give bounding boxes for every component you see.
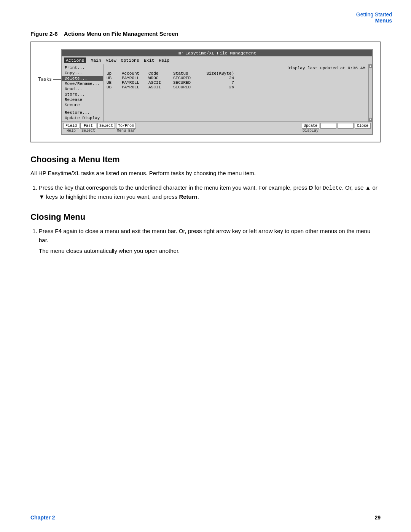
fkey-fast-select[interactable]: Fast Select xyxy=(80,123,96,133)
dropdown-move-rename[interactable]: Move/Rename... xyxy=(62,81,103,86)
section1-steps: Press the key that corresponds to the un… xyxy=(30,183,381,201)
col-header-code: Code xyxy=(148,71,173,76)
fkey-tofrom-menubar[interactable]: To/From Menu Bar xyxy=(116,123,136,133)
menu-actions[interactable]: Actions xyxy=(64,58,86,63)
section1-intro: All HP Easytime/XL tasks are listed on m… xyxy=(30,169,381,178)
terminal-titlebar: HP Easytime/XL File Management xyxy=(62,50,372,56)
terminal-body: Print... Copy... Delete... Move/Rename..… xyxy=(62,64,372,121)
section2-note: The menu closes automatically when you o… xyxy=(39,246,381,256)
figure-number: Figure 2-6 xyxy=(30,30,58,37)
col-header-size: Size(KByte) xyxy=(204,71,234,76)
fkey-empty-2 xyxy=(338,123,354,133)
figure-caption: Figure 2-6 Actions Menu on File Manageme… xyxy=(30,30,381,37)
tasks-side-label: Tasks xyxy=(38,49,61,76)
right-content-area: Display last updated at 9:36 AM up Accou… xyxy=(104,64,368,121)
table-row: UB PAYROLL ASCII SECURED 26 xyxy=(107,85,365,89)
table-row: UB PAYROLL ASCII SECURED 7 xyxy=(107,80,365,85)
fkey-update-display[interactable]: Update Display xyxy=(302,123,319,133)
figure-box: Tasks HP Easytime/XL File Management Act… xyxy=(30,42,381,142)
table-row: UB PAYROLL WDOC SECURED 24 xyxy=(107,76,365,80)
menu-main[interactable]: Main xyxy=(91,58,101,63)
data-rows-container: UB PAYROLL WDOC SECURED 24 UB PAYROLL AS… xyxy=(105,76,367,89)
menu-exit[interactable]: Exit xyxy=(144,58,155,63)
scroll-down-arrow[interactable]: ▼ xyxy=(369,118,373,121)
display-status: Display last updated at 9:36 AM xyxy=(105,65,367,71)
section2-steps: Press F4 again to close a menu and exit … xyxy=(30,227,381,256)
dropdown-read[interactable]: Read... xyxy=(62,86,103,92)
menus-label: Menus xyxy=(356,18,392,24)
page-footer: Chapter 2 29 xyxy=(0,512,411,521)
col-header-status: Status xyxy=(173,71,204,76)
scrollbar-track[interactable] xyxy=(369,68,373,118)
dropdown-restore[interactable]: Restore... xyxy=(62,110,103,115)
dropdown-secure[interactable]: Secure xyxy=(62,102,103,108)
tasks-label: Tasks xyxy=(38,77,52,82)
menu-options[interactable]: Options xyxy=(121,58,139,63)
section1-heading: Choosing a Menu Item xyxy=(30,155,381,165)
scrollbar[interactable]: ▲ ▼ xyxy=(368,64,372,121)
terminal-screen: HP Easytime/XL File Management Actions M… xyxy=(61,49,373,135)
fkey-empty-1 xyxy=(320,123,336,133)
dropdown-delete[interactable]: Delete... xyxy=(62,76,103,81)
terminal-menubar: Actions Main View Options Exit Help xyxy=(62,56,372,64)
dropdown-update-display[interactable]: Update Display xyxy=(62,115,103,121)
function-keys-bar: Field Help Fast Select Select To/From Me… xyxy=(62,121,372,134)
col-header-account: Account xyxy=(122,71,148,76)
figure-title: Actions Menu on File Management Screen xyxy=(64,30,178,37)
list-item: Press the key that corresponds to the un… xyxy=(39,183,381,201)
col-header-up: up xyxy=(107,71,122,76)
top-navigation: Getting Started Menus xyxy=(356,11,392,24)
getting-started-link[interactable]: Getting Started xyxy=(356,11,392,18)
dropdown-release[interactable]: Release xyxy=(62,97,103,102)
footer-page-number: 29 xyxy=(374,512,381,521)
fkey-field-help[interactable]: Field Help xyxy=(63,123,79,133)
fkey-close[interactable]: Close xyxy=(355,123,371,133)
scroll-up-arrow[interactable]: ▲ xyxy=(369,64,373,68)
dropdown-copy[interactable]: Copy... xyxy=(62,70,103,76)
fkey-select[interactable]: Select xyxy=(97,123,115,133)
list-item: Press F4 again to close a menu and exit … xyxy=(39,227,381,256)
dropdown-store[interactable]: Store... xyxy=(62,92,103,97)
menu-view[interactable]: View xyxy=(106,58,116,63)
main-content: Figure 2-6 Actions Menu on File Manageme… xyxy=(0,0,411,284)
menu-help[interactable]: Help xyxy=(159,58,169,63)
dropdown-menu: Print... Copy... Delete... Move/Rename..… xyxy=(62,64,104,121)
column-headers: up Account Code Status Size(KByte) xyxy=(105,71,367,76)
dropdown-print[interactable]: Print... xyxy=(62,65,103,70)
section2-heading: Closing Menu xyxy=(30,212,381,222)
footer-chapter-label: Chapter 2 xyxy=(30,512,55,521)
